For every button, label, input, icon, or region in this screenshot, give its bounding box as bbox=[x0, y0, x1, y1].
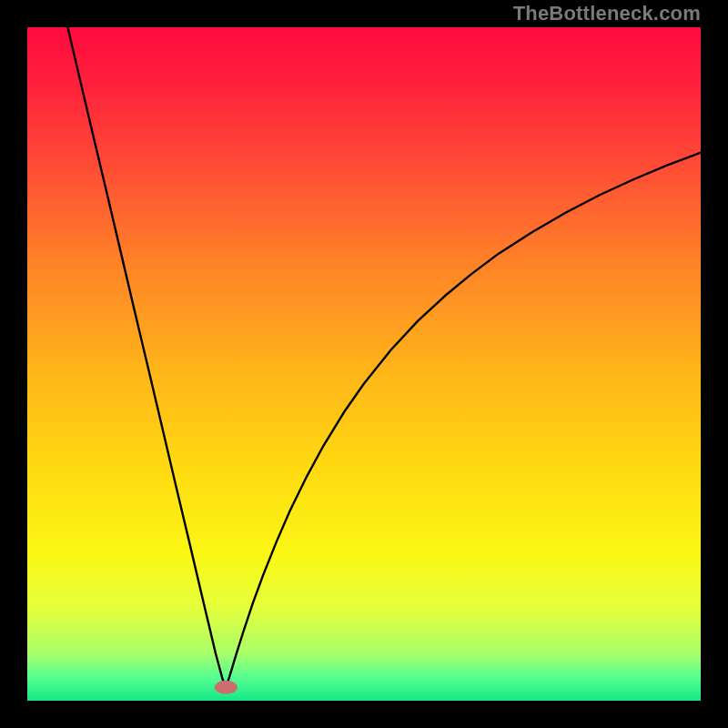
plot-area bbox=[27, 27, 701, 701]
gradient-background bbox=[27, 27, 701, 701]
watermark-text: TheBottleneck.com bbox=[513, 2, 701, 25]
vertex-marker bbox=[215, 681, 238, 694]
chart-frame: TheBottleneck.com bbox=[0, 0, 728, 728]
bottleneck-chart bbox=[27, 27, 701, 701]
